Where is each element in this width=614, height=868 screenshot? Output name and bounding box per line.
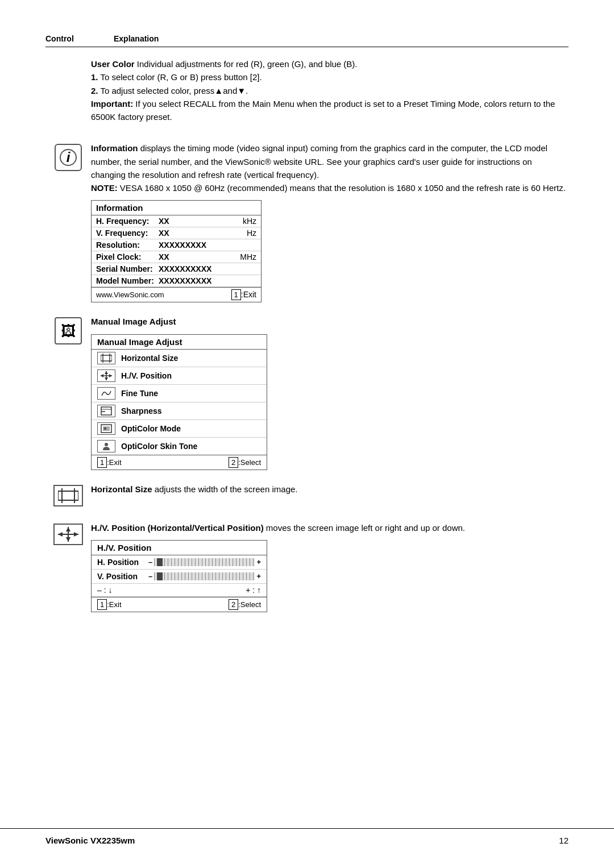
hv-v-label: V. Position	[97, 572, 148, 581]
mia-fine-tune-icon	[97, 387, 115, 400]
pixel-clock-label: Pixel Clock:	[96, 252, 159, 261]
hv-position-section: H./V. Position (Horizontal/Vertical Posi…	[45, 521, 569, 612]
table-row-pixel-clock: Pixel Clock: XX MHz	[92, 251, 261, 263]
mia-icon-box: 🖼	[55, 317, 82, 344]
mia-row-opticolor-mode: OptiColor Mode	[92, 420, 267, 438]
horizontal-size-content: Horizontal Size adjusts the width of the…	[91, 483, 569, 501]
user-color-label: User Color	[91, 59, 135, 69]
hv-select-btn: 2:Select	[229, 599, 261, 610]
user-color-text: User Color Individual adjustments for re…	[91, 57, 569, 123]
info-exit-label: :Exit	[241, 290, 256, 299]
mia-hv-position-icon	[97, 369, 115, 382]
hv-position-description: moves the screen image left or right and…	[264, 523, 465, 533]
hv-position-content: H./V. Position (Horizontal/Vertical Posi…	[91, 521, 569, 612]
hv-h-label: H. Position	[97, 558, 148, 567]
table-row-v-freq: V. Frequency: XX Hz	[92, 227, 261, 239]
mia-table: Manual Image Adjust Horizontal Size H./V…	[91, 334, 267, 470]
mia-row-sharpness: Sharpness	[92, 402, 267, 420]
hv-h-indicator	[157, 558, 163, 566]
information-table-footer: www.ViewSonic.com 1:Exit	[92, 287, 261, 302]
mia-exit-label: :Exit	[107, 458, 121, 467]
mia-opticolor-skin-tone-icon	[97, 440, 115, 452]
h-freq-val: XX	[159, 217, 237, 226]
svg-marker-7	[101, 374, 103, 377]
pixel-clock-unit: MHz	[237, 252, 256, 261]
serial-label: Serial Number:	[96, 264, 159, 273]
information-icon-col: i	[45, 142, 91, 171]
resolution-val: XXXXXXXXX	[159, 240, 237, 250]
hv-h-bar	[154, 558, 255, 566]
viewsonic-url: www.ViewSonic.com	[96, 290, 164, 299]
info-exit-btn: 1:Exit	[231, 289, 256, 300]
resolution-label: Resolution:	[96, 240, 159, 250]
v-freq-val: XX	[159, 229, 237, 238]
model-val: XXXXXXXXXX	[159, 276, 256, 285]
page-footer: ViewSonic VX2235wm 12	[0, 828, 614, 845]
header-explanation-label: Explanation	[114, 34, 159, 43]
horizontal-size-description: adjusts the width of the screen image.	[152, 484, 298, 494]
hv-v-indicator	[157, 572, 163, 580]
svg-marker-21	[66, 527, 70, 531]
user-color-content: User Color Individual adjustments for re…	[91, 57, 569, 129]
information-label: Information	[91, 143, 138, 153]
mia-exit-btn: 1:Exit	[97, 457, 122, 468]
svg-marker-22	[66, 537, 70, 542]
mia-select-btn: 2:Select	[229, 457, 261, 468]
information-table: Information H. Frequency: XX kHz V. Freq…	[91, 200, 262, 302]
manual-image-adjust-section: 🖼 Manual Image Adjust Manual Image Adjus…	[45, 315, 569, 470]
v-freq-unit: Hz	[237, 229, 256, 238]
information-icon-box: i	[55, 144, 82, 171]
step2-num: 2.	[91, 86, 98, 95]
hv-select-box: 2	[229, 599, 238, 610]
mia-row-fine-tune: Fine Tune	[92, 385, 267, 402]
mia-horizontal-size-label: Horizontal Size	[121, 354, 178, 363]
mia-icon: 🖼	[61, 322, 76, 340]
information-table-title: Information	[92, 201, 261, 215]
mia-icon-col: 🖼	[45, 315, 91, 344]
hv-v-plus: +	[256, 572, 261, 580]
mia-row-opticolor-skin-tone: OptiColor Skin Tone	[92, 438, 267, 455]
serial-val: XXXXXXXXXX	[159, 264, 256, 273]
header-control-label: Control	[45, 34, 114, 43]
mia-sharpness-label: Sharpness	[121, 406, 162, 416]
svg-point-15	[105, 443, 108, 446]
information-icon: i	[60, 149, 77, 166]
hv-position-label: H./V. Position (Horizontal/Vertical Posi…	[91, 523, 264, 533]
note-text: VESA 1680 x 1050 @ 60Hz (recommended) me…	[118, 183, 566, 193]
information-text: Information displays the timing mode (vi…	[91, 142, 569, 194]
step1-text: To select color (R, G or B) press button…	[98, 72, 262, 82]
mia-select-box: 2	[229, 457, 238, 468]
table-row-serial: Serial Number: XXXXXXXXXX	[92, 263, 261, 275]
pixel-clock-val: XX	[159, 252, 237, 261]
resolution-unit	[237, 240, 256, 250]
hv-table-footer: 1:Exit 2:Select	[92, 597, 267, 612]
user-color-description: Individual adjustments for red (R), gree…	[137, 59, 358, 69]
hv-position-table: H./V. Position H. Position – + V. Positi…	[91, 540, 267, 612]
horizontal-size-text: Horizontal Size adjusts the width of the…	[91, 483, 569, 496]
mia-opticolor-skin-tone-label: OptiColor Skin Tone	[121, 442, 197, 451]
footer-page-number: 12	[559, 836, 569, 845]
important-label: Important:	[91, 99, 133, 109]
step1-num: 1.	[91, 72, 98, 82]
hv-arrows-plus: + : ↑	[246, 585, 261, 595]
mia-exit-box: 1	[97, 457, 107, 468]
important-text: If you select RECALL from the Main Menu …	[91, 99, 555, 122]
svg-marker-24	[74, 532, 78, 537]
horizontal-size-standalone-icon	[53, 485, 83, 506]
mia-opticolor-mode-label: OptiColor Mode	[121, 424, 181, 433]
hv-h-position-row: H. Position – +	[92, 555, 267, 570]
svg-rect-16	[58, 491, 78, 500]
svg-marker-6	[105, 377, 108, 380]
hv-exit-box: 1	[97, 599, 107, 610]
horizontal-size-icon-col	[45, 483, 91, 509]
table-row-model: Model Number: XXXXXXXXXX	[92, 275, 261, 287]
mia-opticolor-mode-icon	[97, 422, 115, 435]
svg-marker-5	[105, 371, 108, 374]
mia-horizontal-size-icon	[97, 352, 115, 364]
mia-table-footer: 1:Exit 2:Select	[92, 455, 267, 470]
mia-row-horizontal-size: Horizontal Size	[92, 350, 267, 367]
horizontal-size-section: Horizontal Size adjusts the width of the…	[45, 483, 569, 509]
mia-row-hv-position: H./V. Position	[92, 367, 267, 385]
information-content: Information displays the timing mode (vi…	[91, 142, 569, 302]
mia-heading: Manual Image Adjust	[91, 317, 176, 326]
